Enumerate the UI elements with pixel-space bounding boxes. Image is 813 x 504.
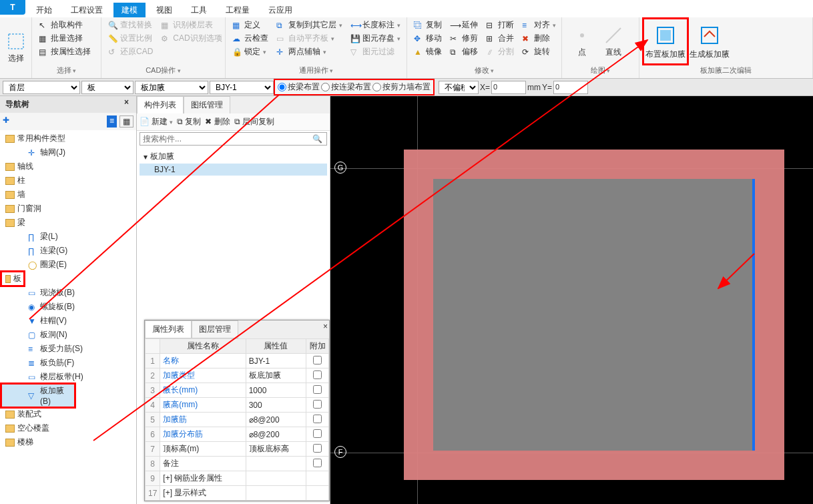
place-haunch-button[interactable]: 布置板加腋 xyxy=(643,19,688,64)
layout-by-shearwall[interactable]: 按剪力墙布置 xyxy=(372,81,431,93)
select-button[interactable]: 选择 xyxy=(4,19,27,77)
menu-project[interactable]: 工程设置 xyxy=(63,3,111,18)
nav-grid-icon[interactable]: ▦ xyxy=(119,115,133,128)
point-button[interactable]: 点 xyxy=(566,19,597,64)
tree-wall[interactable]: 墙 xyxy=(1,188,135,202)
rotate-button[interactable]: ⟳旋转 xyxy=(519,45,559,58)
tree-slab[interactable]: 板 xyxy=(1,272,24,286)
search-input[interactable] xyxy=(140,133,308,145)
tree-beam-e[interactable]: ◯圈梁(E) xyxy=(1,258,135,272)
nav-add-icon[interactable]: ✚ xyxy=(3,115,9,128)
restore-cad-button[interactable]: ↺还原CAD xyxy=(105,45,156,58)
copy-to-floor-button[interactable]: ⧉复制到其它层 xyxy=(274,19,345,31)
comp-root[interactable]: ▾ 板加腋 xyxy=(140,150,327,164)
offset-mode[interactable]: 不偏移 xyxy=(439,81,479,94)
prop-row[interactable]: 6加腋分布筋⌀8@200 xyxy=(146,427,329,442)
mirror-button[interactable]: ▲镜像 xyxy=(411,45,445,58)
select-group-label[interactable]: 选择 xyxy=(36,64,97,77)
tree-stair[interactable]: 楼梯 xyxy=(1,435,135,449)
prop-row[interactable]: 7顶标高(m)顶板底标高 xyxy=(146,442,329,457)
tree-opening[interactable]: 门窗洞 xyxy=(1,202,135,216)
break-button[interactable]: ⊟打断 xyxy=(483,19,517,31)
auto-align-button[interactable]: ▭自动平齐板 xyxy=(274,32,345,45)
cad-options-button[interactable]: ⚙CAD识别选项 xyxy=(158,32,224,45)
tree-slab-cast[interactable]: ▭现浇板(B) xyxy=(1,286,135,300)
tree-slab-cap[interactable]: ▼柱帽(V) xyxy=(1,314,135,328)
lock-button[interactable]: 🔒锁定 xyxy=(230,45,271,58)
align-button[interactable]: ≡对齐 xyxy=(519,19,559,31)
x-input[interactable]: 0 xyxy=(491,81,526,94)
modify-group-label[interactable]: 修改 xyxy=(411,64,557,77)
prop-row[interactable]: 9[+] 钢筋业务属性 xyxy=(146,471,329,486)
extend-button[interactable]: ⟶延伸 xyxy=(447,19,481,31)
prop-row[interactable]: 8备注 xyxy=(146,457,329,471)
prop-close-icon[interactable]: × xyxy=(323,322,328,331)
offset-button[interactable]: ⧉偏移 xyxy=(447,45,481,58)
copy-floor-button[interactable]: ⧉ 层间复制 xyxy=(234,116,274,128)
split-button[interactable]: ⫽分割 xyxy=(483,45,517,58)
search-icon[interactable]: 🔍 xyxy=(308,133,326,145)
trim-button[interactable]: ✂修剪 xyxy=(447,32,481,45)
tree-common[interactable]: 常用构件类型 xyxy=(1,132,135,146)
menu-cloud[interactable]: 云应用 xyxy=(260,3,300,18)
tree-column[interactable]: 柱 xyxy=(1,174,135,188)
tab-comp-list[interactable]: 构件列表 xyxy=(137,96,184,113)
cad-group-label[interactable]: CAD操作 xyxy=(105,64,221,77)
merge-button[interactable]: ⊞合并 xyxy=(483,32,517,45)
tree-slab-neg[interactable]: ≣板负筋(F) xyxy=(1,356,135,370)
prop-row[interactable]: 4腋高(mm)300 xyxy=(146,398,329,413)
tree-axis[interactable]: 轴线 xyxy=(1,160,135,174)
aux-axis-button[interactable]: ✛两点辅轴 xyxy=(274,45,345,58)
prop-row[interactable]: 1名称BJY-1 xyxy=(146,354,329,368)
nav-close-icon[interactable]: × xyxy=(124,97,133,107)
generate-haunch-button[interactable]: 生成板加腋 xyxy=(688,19,732,64)
tab-properties[interactable]: 属性列表 xyxy=(145,320,192,338)
define-button[interactable]: ▦定义 xyxy=(230,19,271,31)
menu-quantity[interactable]: 工程量 xyxy=(218,3,258,18)
save-element-button[interactable]: 💾图元存盘 xyxy=(348,32,403,45)
filter-element-button[interactable]: ▽图元过滤 xyxy=(348,45,403,58)
set-scale-button[interactable]: 📏设置比例 xyxy=(105,32,156,45)
tree-axis-net[interactable]: ✛轴网(J) xyxy=(1,146,135,160)
menu-view[interactable]: 视图 xyxy=(148,3,180,18)
line-button[interactable]: 直线 xyxy=(597,19,629,64)
prop-row[interactable]: 5加腋筋⌀8@200 xyxy=(146,413,329,427)
select-by-property-button[interactable]: ▤按属性选择 xyxy=(36,45,93,58)
tree-slab-hole[interactable]: ▢板洞(N) xyxy=(1,328,135,342)
tab-layers[interactable]: 图层管理 xyxy=(192,320,238,338)
delete-button[interactable]: ✖删除 xyxy=(519,32,559,45)
y-input[interactable]: 0 xyxy=(553,81,588,94)
tree-assembly[interactable]: 装配式 xyxy=(1,407,135,421)
slab-element[interactable] xyxy=(404,150,784,480)
length-dim-button[interactable]: ⟷长度标注 xyxy=(348,19,403,31)
menu-tools[interactable]: 工具 xyxy=(183,3,215,18)
nav-list-icon[interactable]: ≡ xyxy=(107,115,117,128)
category-select[interactable]: 板 xyxy=(81,81,133,94)
menu-start[interactable]: 开始 xyxy=(28,3,60,18)
prop-row[interactable]: 2加腋类型板底加腋 xyxy=(146,368,329,383)
floor-select[interactable]: 首层 xyxy=(3,81,80,94)
comp-item[interactable]: BJY-1 xyxy=(140,164,327,176)
prop-row[interactable]: 17[+] 显示样式 xyxy=(146,486,329,501)
copy-comp-button[interactable]: ⧉ 复制 xyxy=(177,116,201,128)
tree-hollow[interactable]: 空心楼盖 xyxy=(1,421,135,435)
prop-row[interactable]: 3腋长(mm)1000 xyxy=(146,383,329,398)
tree-slab-band[interactable]: ▭楼层板带(H) xyxy=(1,370,135,384)
tree-slab-rebar[interactable]: ≡板受力筋(S) xyxy=(1,342,135,356)
tree-beam[interactable]: 梁 xyxy=(1,216,135,230)
copy-button[interactable]: ⿻复制 xyxy=(411,19,445,31)
viewport[interactable]: G F xyxy=(330,96,813,504)
general-group-label[interactable]: 通用操作 xyxy=(230,64,402,77)
tree-beam-l[interactable]: ∏梁(L) xyxy=(1,230,135,244)
tree-slab-haunch[interactable]: ▽板加腋(B) xyxy=(1,384,75,407)
draw-group-label[interactable]: 绘图 xyxy=(566,64,635,77)
menu-modeling[interactable]: 建模 xyxy=(113,3,146,18)
delete-comp-button[interactable]: ✖ 删除 xyxy=(205,116,230,128)
find-replace-button[interactable]: 🔍查找替换 xyxy=(105,19,156,31)
layout-by-coupling-beam[interactable]: 按连梁布置 xyxy=(321,81,371,93)
batch-select-button[interactable]: ▦批量选择 xyxy=(36,32,93,45)
recognize-floor-button[interactable]: ▦识别楼层表 xyxy=(158,19,224,31)
new-button[interactable]: 📄 新建 xyxy=(140,116,173,128)
pick-component-button[interactable]: ↖拾取构件 xyxy=(36,19,93,31)
cloud-check-button[interactable]: ☁云检查 xyxy=(230,32,271,45)
